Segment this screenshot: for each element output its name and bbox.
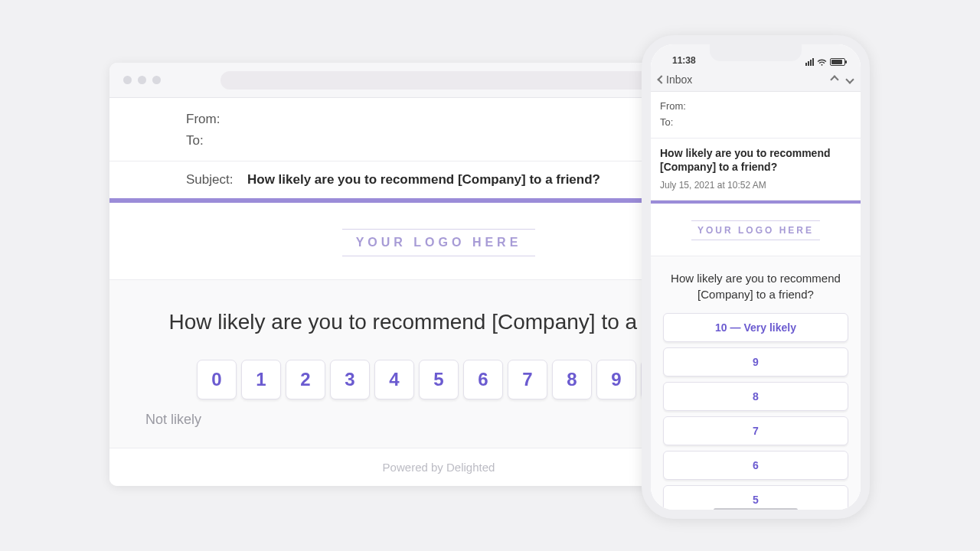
phone-nps-list: 10 — Very likely 9 8 7 6 5 <box>662 313 850 514</box>
home-indicator <box>714 508 798 512</box>
mobile-email-preview: 11:38 Inbox From: To: How <box>642 35 870 519</box>
back-to-inbox-button[interactable]: Inbox <box>658 73 692 86</box>
phone-subject-text: How likely are you to recommend [Company… <box>660 146 851 174</box>
nps-button-2[interactable]: 2 <box>286 360 325 399</box>
phone-nps-button-5[interactable]: 5 <box>663 485 848 514</box>
nps-button-3[interactable]: 3 <box>330 360 370 399</box>
phone-nps-button-10[interactable]: 10 — Very likely <box>663 313 848 342</box>
phone-logo-area: YOUR LOGO HERE <box>651 204 861 256</box>
nps-button-9[interactable]: 9 <box>596 360 636 399</box>
status-time: 11:38 <box>672 55 696 66</box>
low-anchor: Not likely <box>145 412 201 428</box>
phone-nps-button-6[interactable]: 6 <box>663 451 848 480</box>
nps-button-1[interactable]: 1 <box>241 360 281 399</box>
traffic-light-zoom-icon <box>152 76 161 84</box>
phone-nps-button-7[interactable]: 7 <box>663 416 848 445</box>
phone-email-header: From: To: <box>651 92 861 139</box>
chevron-up-icon[interactable] <box>830 75 838 83</box>
phone-logo-placeholder: YOUR LOGO HERE <box>691 220 820 240</box>
phone-subject-block: How likely are you to recommend [Company… <box>651 139 861 201</box>
back-label: Inbox <box>666 73 692 86</box>
to-label: To: <box>186 133 247 148</box>
phone-nps-button-8[interactable]: 8 <box>663 382 848 411</box>
phone-received-date: July 15, 2021 at 10:52 AM <box>660 180 851 191</box>
wifi-icon <box>817 58 827 66</box>
logo-placeholder: YOUR LOGO HERE <box>342 229 536 256</box>
phone-from-label: From: <box>660 98 851 114</box>
nps-button-6[interactable]: 6 <box>463 360 503 399</box>
phone-survey-question: How likely are you to recommend [Company… <box>662 270 850 302</box>
nps-button-4[interactable]: 4 <box>374 360 414 399</box>
phone-to-label: To: <box>660 114 851 130</box>
from-label: From: <box>186 112 247 127</box>
subject-text: How likely are you to recommend [Company… <box>247 172 600 187</box>
phone-nps-button-9[interactable]: 9 <box>663 347 848 377</box>
powered-by: Powered by Delighted <box>383 461 495 474</box>
chevron-down-icon[interactable] <box>845 75 854 83</box>
nps-button-8[interactable]: 8 <box>552 360 592 399</box>
subject-label: Subject: <box>186 172 247 187</box>
nps-button-5[interactable]: 5 <box>419 360 459 399</box>
traffic-light-minimize-icon <box>138 76 146 84</box>
phone-notch <box>710 44 802 61</box>
traffic-light-close-icon <box>123 76 132 84</box>
chevron-left-icon <box>657 75 665 83</box>
phone-survey-area: How likely are you to recommend [Company… <box>651 256 861 517</box>
nps-button-0[interactable]: 0 <box>197 360 237 399</box>
nps-button-7[interactable]: 7 <box>508 360 547 399</box>
battery-icon <box>830 58 845 66</box>
signal-icon <box>805 58 814 66</box>
mail-nav-bar: Inbox <box>651 67 861 92</box>
